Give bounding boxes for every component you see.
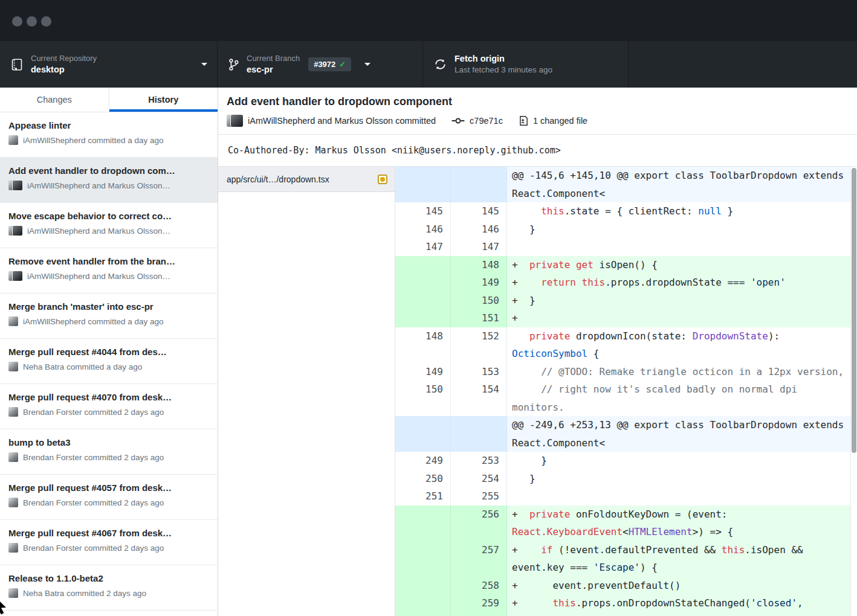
diff-row-add: 150+ } bbox=[395, 292, 850, 310]
avatar bbox=[8, 316, 18, 326]
tab-history[interactable]: History bbox=[109, 88, 218, 112]
commit-item-title: Merge pull request #4070 from desk… bbox=[8, 392, 210, 402]
current-repository-button[interactable]: Current Repository desktop bbox=[0, 41, 218, 88]
old-line-number bbox=[395, 541, 451, 577]
commit-item-meta: iAmWillShepherd committed a day ago bbox=[8, 316, 210, 326]
current-branch-button[interactable]: Current Branch esc-pr #3972 ✓ bbox=[218, 41, 423, 88]
commit-authors: iAmWillShepherd and Markus Olsson commit… bbox=[248, 116, 436, 126]
git-branch-icon bbox=[228, 58, 239, 71]
old-line-number bbox=[395, 292, 451, 310]
commit-item-meta-text: Brendan Forster committed 2 days ago bbox=[23, 544, 164, 553]
new-line-number: 148 bbox=[451, 256, 507, 274]
diff-code-line bbox=[507, 238, 850, 256]
old-line-number: 147 bbox=[395, 238, 451, 256]
new-line-number: 150 bbox=[451, 292, 507, 310]
commit-list-item[interactable]: Appease linteriAmWillShepherd committed … bbox=[0, 112, 218, 158]
avatar bbox=[8, 498, 18, 507]
file-list-item[interactable]: app/src/ui/t…/dropdown.tsx bbox=[218, 167, 395, 192]
diff-row-add: 257+ if (!event.defaultPrevented && this… bbox=[395, 541, 850, 577]
commit-list-item[interactable]: Merge pull request #4044 from des…Neha B… bbox=[0, 339, 218, 384]
minimize-window-button[interactable] bbox=[27, 16, 37, 27]
commit-item-title: Merge pull request #4057 from desk… bbox=[8, 483, 210, 493]
pr-number-badge[interactable]: #3972 ✓ bbox=[308, 57, 351, 71]
close-window-button[interactable] bbox=[12, 16, 22, 27]
diff-file-icon bbox=[519, 115, 528, 126]
diff-row-hunk: @@ -249,6 +253,13 @@ export class Toolba… bbox=[395, 416, 850, 452]
commit-sha[interactable]: c79e71c bbox=[470, 116, 503, 126]
diff-code-line: + private onFoldoutKeyDown = (event: Rea… bbox=[507, 505, 850, 541]
commit-item-meta-text: Brendan Forster committed 2 days ago bbox=[23, 408, 164, 417]
diff-row-context: 150154 // right now it's scaled badly on… bbox=[395, 380, 850, 416]
diff-code-line: } bbox=[507, 220, 850, 239]
diff-row-hunk: @@ -145,6 +145,10 @@ export class Toolba… bbox=[395, 167, 850, 202]
old-line-number: 249 bbox=[395, 452, 451, 470]
commit-list-item[interactable]: Release to 1.1.0-beta2Neha Batra committ… bbox=[0, 565, 218, 611]
diff-code-line: + if (!event.defaultPrevented && this.is… bbox=[507, 541, 850, 577]
new-line-number: 145 bbox=[451, 202, 507, 220]
diff-row-add: 149+ return this.props.dropdownState ===… bbox=[395, 274, 850, 292]
old-line-number: 250 bbox=[395, 470, 451, 488]
diff-row-context: 147147 bbox=[395, 238, 850, 256]
commit-list-item[interactable]: Merge pull request #4070 from desk…Brend… bbox=[0, 384, 218, 429]
new-line-number: 259 bbox=[451, 594, 507, 616]
old-line-number bbox=[395, 505, 451, 541]
commit-list-item[interactable]: Merge pull request #4071 from desk… bbox=[0, 611, 218, 616]
commit-item-meta: Neha Batra committed a day ago bbox=[8, 362, 210, 371]
ci-check-icon: ✓ bbox=[339, 60, 346, 69]
commit-item-title: Move escape behavior to correct co… bbox=[8, 211, 210, 221]
avatar bbox=[13, 226, 22, 236]
diff-code-line: // right now it's scaled badly on normal… bbox=[507, 380, 850, 416]
new-line-number: 255 bbox=[451, 487, 507, 505]
diff-code-line: + bbox=[507, 309, 850, 327]
old-line-number: 251 bbox=[395, 487, 451, 505]
scrollbar-thumb[interactable] bbox=[852, 168, 856, 453]
commit-item-title: bump to beta3 bbox=[8, 437, 210, 448]
zoom-window-button[interactable] bbox=[41, 16, 51, 27]
file-path: app/src/ui/t…/dropdown.tsx bbox=[227, 175, 373, 184]
fetch-origin-title: Fetch origin bbox=[454, 53, 552, 64]
git-commit-icon bbox=[451, 116, 465, 126]
commit-item-meta-text: Neha Batra committed 2 days ago bbox=[23, 589, 146, 598]
commit-list-item[interactable]: Add event handler to dropdown com…iAmWil… bbox=[0, 158, 218, 203]
commit-item-meta-text: Brendan Forster committed 2 days ago bbox=[23, 453, 164, 462]
diff-row-context: 249253 } bbox=[395, 452, 850, 470]
commit-item-meta: iAmWillShepherd and Markus Olsson… bbox=[8, 271, 210, 281]
diff-code-line: private dropdownIcon(state: DropdownStat… bbox=[507, 327, 850, 363]
avatar bbox=[8, 407, 18, 417]
old-line-number: 149 bbox=[395, 363, 451, 381]
diff-code-line: + private get isOpen() { bbox=[507, 256, 850, 274]
new-line-number: 151 bbox=[451, 309, 507, 327]
diff-row-add: 256+ private onFoldoutKeyDown = (event: … bbox=[395, 505, 850, 541]
diff-code-line: this.state = { clientRect: null } bbox=[507, 202, 850, 220]
avatar bbox=[8, 588, 18, 598]
new-line-number: 149 bbox=[451, 274, 507, 292]
commit-list-item[interactable]: Merge pull request #4067 from desk…Brend… bbox=[0, 520, 218, 565]
old-line-number bbox=[395, 594, 451, 616]
commit-list-item[interactable]: Remove event handler from the bran…iAmWi… bbox=[0, 248, 218, 294]
fetch-origin-button[interactable]: Fetch origin Last fetched 3 minutes ago bbox=[423, 41, 629, 88]
current-repository-label: Current Repository bbox=[31, 54, 97, 63]
diff-code-line: @@ -145,6 +145,10 @@ export class Toolba… bbox=[507, 167, 850, 202]
commit-title: Add event handler to dropdown component bbox=[227, 95, 847, 108]
commit-item-title: Add event handler to dropdown com… bbox=[8, 165, 210, 176]
diff-code-line: + event.preventDefault() bbox=[507, 577, 850, 595]
sidebar-tab-bar: Changes History bbox=[0, 88, 218, 112]
diff-code-line: @@ -249,6 +253,13 @@ export class Toolba… bbox=[507, 416, 850, 452]
commit-list-item[interactable]: Merge pull request #4057 from desk…Brend… bbox=[0, 475, 218, 520]
tab-changes[interactable]: Changes bbox=[0, 88, 109, 112]
diff-code-line: + } bbox=[507, 292, 850, 310]
current-repository-value: desktop bbox=[31, 64, 97, 75]
commit-item-meta: iAmWillShepherd committed a day ago bbox=[8, 135, 210, 145]
avatar bbox=[8, 543, 18, 553]
commit-item-meta-text: iAmWillShepherd and Markus Olsson… bbox=[27, 181, 170, 190]
commit-list-item[interactable]: Merge branch 'master' into esc-priAmWill… bbox=[0, 294, 218, 339]
commit-item-meta-text: iAmWillShepherd committed a day ago bbox=[23, 136, 164, 145]
diff-row-add: 259+ this.props.onDropdownStateChanged('… bbox=[395, 594, 850, 616]
committer-avatars bbox=[227, 115, 243, 127]
old-line-number: 150 bbox=[395, 380, 451, 416]
commit-list-item[interactable]: Move escape behavior to correct co…iAmWi… bbox=[0, 203, 218, 248]
commit-list-item[interactable]: bump to beta3Brendan Forster committed 2… bbox=[0, 429, 218, 475]
history-sidebar: Changes History Appease linteriAmWillShe… bbox=[0, 88, 218, 616]
commit-item-meta-text: iAmWillShepherd committed a day ago bbox=[23, 317, 164, 326]
new-line-number: 253 bbox=[451, 452, 507, 470]
